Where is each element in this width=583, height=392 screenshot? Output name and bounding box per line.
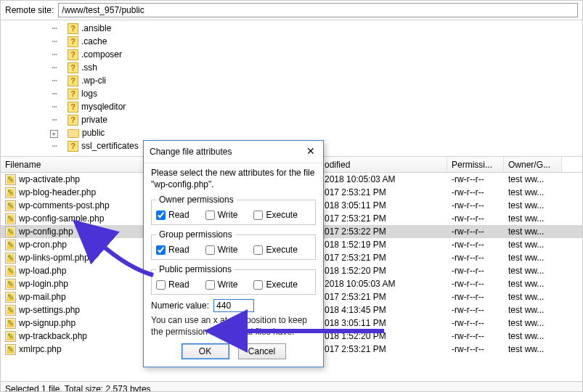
tree-item[interactable]: ⋯?.composer xyxy=(44,48,582,61)
owner-exec-checkbox[interactable] xyxy=(253,211,263,220)
unknown-icon: ? xyxy=(68,89,78,99)
file-name: wp-signup.php xyxy=(19,318,76,328)
tree-item-label: .wp-cli xyxy=(81,75,106,86)
file-modified: 2018 10:05:03 AM xyxy=(320,279,447,289)
file-owner: test ww... xyxy=(504,253,562,263)
file-permissions: -rw-r--r-- xyxy=(447,331,504,341)
php-file-icon xyxy=(5,318,16,329)
dialog-titlebar[interactable]: Change file attributes ✕ xyxy=(144,141,323,163)
col-filename[interactable]: Filename xyxy=(1,157,153,172)
file-permissions: -rw-r--r-- xyxy=(447,226,504,237)
owner-read-checkbox[interactable] xyxy=(156,211,166,220)
group-write-checkbox[interactable] xyxy=(205,245,215,255)
php-file-icon xyxy=(5,305,16,316)
public-write[interactable]: Write xyxy=(205,279,238,290)
remote-site-label: Remote site: xyxy=(5,5,54,15)
change-attributes-dialog: Change file attributes ✕ Please select t… xyxy=(143,140,324,367)
tree-item-label: .composer xyxy=(81,49,122,60)
file-modified: 017 2:53:21 PM xyxy=(320,213,447,224)
dialog-hint: You can use an x at any position to keep… xyxy=(151,315,316,338)
public-exec[interactable]: Execute xyxy=(253,279,297,290)
file-owner: test ww... xyxy=(504,292,562,302)
file-name: wp-links-opml.php xyxy=(19,253,89,263)
dialog-intro: Please select the new attributes for the… xyxy=(151,168,316,190)
public-read-checkbox[interactable] xyxy=(156,280,166,290)
file-permissions: -rw-r--r-- xyxy=(447,200,504,211)
file-modified: 017 2:53:21 PM xyxy=(320,292,447,302)
file-name: xmlrpc.php xyxy=(19,344,62,354)
owner-write[interactable]: Write xyxy=(205,210,238,220)
tree-item[interactable]: ⋯?mysqleditor xyxy=(44,100,582,113)
cancel-button[interactable]: Cancel xyxy=(238,343,286,359)
public-read[interactable]: Read xyxy=(156,279,189,290)
file-permissions: -rw-r--r-- xyxy=(447,240,504,250)
expand-icon[interactable]: + xyxy=(50,130,58,138)
file-permissions: -rw-r--r-- xyxy=(447,344,504,354)
close-icon[interactable]: ✕ xyxy=(304,145,317,158)
file-name: wp-comments-post.php xyxy=(19,200,110,211)
tree-item[interactable]: ⋯?.wp-cli xyxy=(44,74,582,87)
file-owner: test ww... xyxy=(504,240,562,250)
group-read-checkbox[interactable] xyxy=(156,245,166,255)
php-file-icon xyxy=(5,187,16,198)
file-name: wp-load.php xyxy=(19,266,66,276)
owner-read[interactable]: Read xyxy=(156,210,189,220)
file-owner: test ww... xyxy=(504,318,562,328)
file-owner: test ww... xyxy=(504,213,562,224)
group-legend: Group permissions xyxy=(156,229,235,240)
tree-item[interactable]: ⋯?logs xyxy=(44,87,582,100)
file-owner: test ww... xyxy=(504,200,562,211)
file-modified: 018 1:52:19 PM xyxy=(320,240,447,250)
unknown-icon: ? xyxy=(68,49,78,60)
file-name: wp-config.php xyxy=(19,226,73,237)
col-permissions[interactable]: Permissi... xyxy=(447,157,504,172)
group-write[interactable]: Write xyxy=(205,245,238,255)
tree-item[interactable]: +public xyxy=(44,126,582,139)
remote-site-bar: Remote site: xyxy=(1,1,582,20)
file-permissions: -rw-r--r-- xyxy=(447,266,504,276)
tree-item[interactable]: ⋯?.ssh xyxy=(44,61,582,74)
dialog-title: Change file attributes xyxy=(150,147,232,157)
php-file-icon xyxy=(5,253,16,264)
file-permissions: -rw-r--r-- xyxy=(447,318,504,328)
group-exec[interactable]: Execute xyxy=(253,245,297,255)
numeric-label: Numeric value: xyxy=(151,301,209,311)
file-permissions: -rw-r--r-- xyxy=(447,187,504,197)
file-modified: 2018 10:05:03 AM xyxy=(320,174,447,184)
col-owner[interactable]: Owner/G... xyxy=(504,157,562,172)
public-permissions-group: Public permissions Read Write Execute xyxy=(151,264,316,295)
php-file-icon xyxy=(5,331,16,342)
owner-write-checkbox[interactable] xyxy=(205,211,215,220)
folder-icon xyxy=(68,129,79,138)
col-modified[interactable]: odified xyxy=(320,157,447,172)
tree-item-label: .ssh xyxy=(81,62,97,73)
file-permissions: -rw-r--r-- xyxy=(447,174,504,184)
file-permissions: -rw-r--r-- xyxy=(447,292,504,302)
remote-path-input[interactable] xyxy=(58,3,578,17)
tree-item[interactable]: ⋯?private xyxy=(44,113,582,126)
group-exec-checkbox[interactable] xyxy=(253,245,263,255)
file-modified: 018 1:52:20 PM xyxy=(320,331,447,341)
file-owner: test ww... xyxy=(504,266,562,276)
group-permissions-group: Group permissions Read Write Execute xyxy=(151,229,316,260)
unknown-icon: ? xyxy=(68,115,78,126)
owner-legend: Owner permissions xyxy=(156,195,237,205)
tree-item[interactable]: ⋯?.cache xyxy=(44,35,582,48)
file-permissions: -rw-r--r-- xyxy=(447,279,504,289)
file-name: wp-blog-header.php xyxy=(19,187,96,197)
file-name: wp-login.php xyxy=(19,279,68,289)
public-exec-checkbox[interactable] xyxy=(253,280,263,290)
remote-tree[interactable]: ⋯?.ansible⋯?.cache⋯?.composer⋯?.ssh⋯?.wp… xyxy=(1,20,582,157)
unknown-icon: ? xyxy=(68,23,78,34)
tree-item-label: private xyxy=(81,115,107,125)
file-name: wp-trackback.php xyxy=(19,331,87,341)
group-read[interactable]: Read xyxy=(156,245,189,255)
tree-item-label: public xyxy=(82,128,105,138)
ok-button[interactable]: OK xyxy=(182,343,229,359)
owner-exec[interactable]: Execute xyxy=(253,210,297,220)
file-name: wp-activate.php xyxy=(19,174,80,184)
public-write-checkbox[interactable] xyxy=(205,280,215,290)
tree-item[interactable]: ⋯?.ansible xyxy=(44,22,582,35)
file-name: wp-mail.php xyxy=(19,292,66,302)
numeric-value-input[interactable] xyxy=(213,299,254,312)
